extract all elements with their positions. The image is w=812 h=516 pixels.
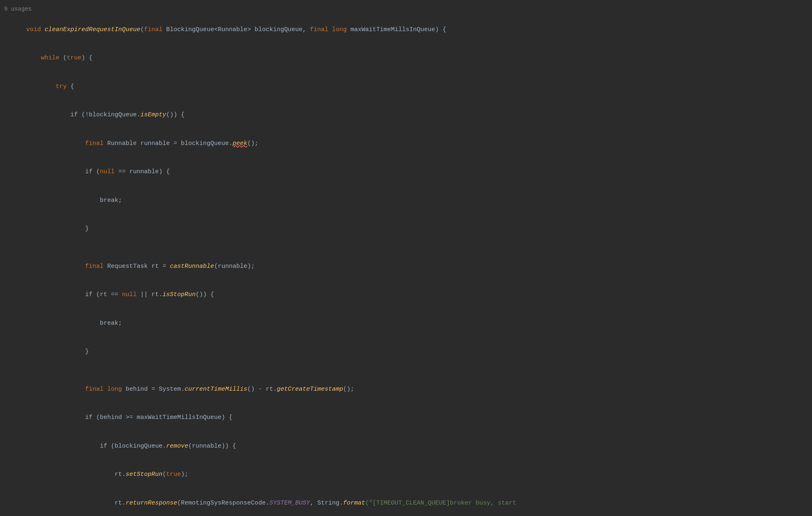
code-line: break; — [0, 186, 812, 215]
code-line: final RequestTask rt = castRunnable(runn… — [0, 252, 812, 281]
usages-count: 9 usages — [0, 4, 812, 16]
code-line: if (rt == null || rt.isStopRun()) { — [0, 281, 812, 310]
code-line-empty — [0, 243, 812, 252]
code-line: try { — [0, 72, 812, 101]
code-line: if (null == runnable) { — [0, 158, 812, 187]
code-line: final Runnable runnable = blockingQueue.… — [0, 129, 812, 158]
keyword: void — [26, 26, 45, 33]
code-line: final long behind = System.currentTimeMi… — [0, 375, 812, 404]
code-line: } — [0, 215, 812, 244]
code-line-empty — [0, 366, 812, 375]
code-line: if (!blockingQueue.isEmpty()) { — [0, 101, 812, 130]
code-line: void cleanExpiredRequestInQueue(final Bl… — [0, 16, 812, 44]
code-line: if (blockingQueue.remove(runnable)) { — [0, 432, 812, 461]
code-line: if (behind >= maxWaitTimeMillsInQueue) { — [0, 404, 812, 432]
code-editor: 9 usages void cleanExpiredRequestInQueue… — [0, 0, 812, 516]
code-line: while (true) { — [0, 44, 812, 73]
code-line: } — [0, 338, 812, 367]
method-name: cleanExpiredRequestInQueue — [45, 26, 140, 33]
code-line: rt.setStopRun(true); — [0, 461, 812, 489]
code-line: break; — [0, 309, 812, 338]
code-line: rt.returnResponse(RemotingSysResponseCod… — [0, 489, 812, 516]
